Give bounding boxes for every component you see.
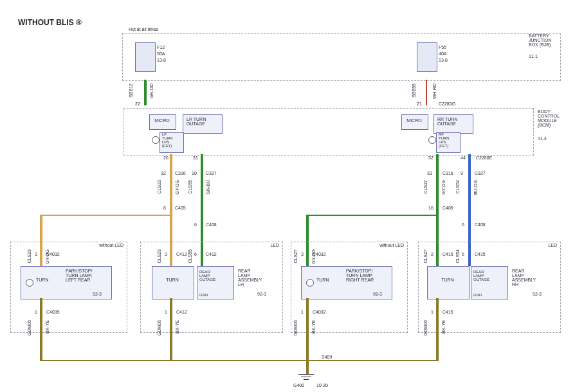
- conn-c408r: C408: [475, 222, 486, 227]
- g1-label: without LED: [90, 243, 123, 247]
- g2-label: LED: [257, 243, 279, 247]
- bcm-lr-txt: LR TURN OUTAGE: [187, 117, 206, 126]
- g1-bkye: BK-YE: [45, 320, 50, 334]
- w-52-down: [436, 154, 437, 208]
- g1-pin3: 3: [35, 252, 37, 256]
- g4-in2: [468, 252, 470, 266]
- w-26-down: [170, 154, 171, 208]
- conn-c316l: C316: [175, 171, 186, 175]
- bcm-micro-l-txt: MICRO: [149, 118, 175, 123]
- hw-green-r: [306, 215, 437, 216]
- pin-10: 10: [192, 171, 197, 175]
- hot-label: Hot at all times: [129, 27, 158, 31]
- f12-amp: 50A: [157, 51, 165, 56]
- g4-out: [436, 298, 437, 360]
- g4-cls27: CLS27: [423, 249, 428, 263]
- vl-cls54: CLS54: [455, 180, 460, 193]
- vl-cls27: CLS27: [423, 180, 428, 193]
- wire-f12-down: [144, 80, 145, 105]
- g3-bkye: BK-YE: [311, 320, 316, 334]
- w-44-down: [468, 154, 470, 225]
- g2-rlo: REAR LAMP OUTAGE: [199, 270, 215, 281]
- g3-cls27: CLS27: [293, 249, 298, 263]
- pin-16: 16: [428, 206, 433, 210]
- conn-c316r: C316: [443, 171, 453, 175]
- g1-turn-circle-icon: [26, 279, 33, 287]
- conn-c2280g: C2280G: [439, 102, 455, 106]
- g2-c412: C412: [176, 252, 187, 256]
- bcm-label: BODY CONTROL MODULE (BCM): [538, 109, 575, 127]
- g1-turn: TURN: [36, 278, 48, 282]
- f55-amp: 40A: [439, 51, 446, 56]
- g2-c412btm: C412: [176, 310, 187, 314]
- g4-pin2: 2: [431, 252, 433, 256]
- wl-sbb12: SBB12: [129, 84, 133, 98]
- g2-cls23: CLS23: [157, 249, 161, 263]
- g3-in: [306, 252, 307, 266]
- w-31-down: [201, 154, 202, 225]
- vl-cls55: CLS55: [188, 180, 192, 193]
- g1-gdm: GDM06: [27, 320, 32, 335]
- vl-gnbu: GN-BU: [206, 180, 210, 195]
- bcm-rf-txt: RF TURN LPS (FET): [439, 132, 450, 148]
- bcm-ref: 11-4: [538, 136, 547, 141]
- pin-33: 33: [427, 171, 432, 175]
- g4-turn-box: [427, 266, 470, 299]
- bcm-lf-txt: LF TURN LPS (FET): [162, 132, 173, 148]
- g2-gnd: GND: [199, 293, 208, 297]
- pin-52: 52: [428, 156, 433, 160]
- g4-bkye: BK-YE: [441, 320, 446, 334]
- vw-green-jn: [436, 208, 437, 215]
- g2-in2: [201, 252, 202, 266]
- ground-bus: [40, 360, 437, 361]
- bcm-rr-txt: RR TURN OUTAGE: [437, 117, 457, 126]
- g4-pin6: 6: [462, 252, 464, 256]
- vl-cls23: CLS23: [157, 180, 161, 193]
- g3-gyog: GY-OG: [311, 249, 316, 264]
- vl-gyog-l: GY-OG: [175, 180, 179, 195]
- g4-c415: C415: [443, 252, 453, 256]
- g2-pin1: 1: [165, 310, 167, 314]
- g4-rlo: REAR LAMP OUTAGE: [473, 270, 489, 281]
- conn-c327r: C327: [475, 171, 486, 175]
- pin-44: 44: [461, 156, 466, 160]
- f12-name: F12: [157, 45, 165, 49]
- fuse-f12: [135, 42, 156, 72]
- g4-assembly: REAR LAMP ASSEMBLY RH: [512, 269, 536, 287]
- g1-in: [40, 252, 41, 266]
- f55-ref: 13-8: [439, 58, 448, 62]
- g4-gdm: GDM06: [423, 320, 428, 335]
- bjb-label: BATTERY JUNCTION BOX (BJB): [529, 33, 566, 47]
- g4-in1: [436, 252, 437, 266]
- wl-sbb55: SBB55: [412, 84, 416, 98]
- conn-c2280e: C2280E: [476, 156, 492, 160]
- g1-c4035: C4035: [46, 310, 60, 314]
- g1-pin1: 1: [35, 310, 37, 314]
- g2-cls55: CLS55: [188, 249, 192, 263]
- wire-f55-down: [426, 80, 427, 105]
- diagram-title: WITHOUT BLIS ®: [18, 18, 82, 27]
- g2-turn: TURN: [152, 278, 193, 282]
- g4-turn: TURN: [427, 278, 468, 282]
- f55-name: F55: [439, 45, 446, 49]
- g4-label: LED: [535, 243, 557, 247]
- conn-c327: C327: [206, 171, 217, 175]
- rf-circle-icon: [428, 136, 436, 144]
- f12-ref: 13-8: [157, 58, 166, 62]
- wl-whrd: WH-RD: [432, 84, 437, 99]
- g4-cls54: CLS54: [455, 249, 460, 263]
- g4-pin1: 1: [431, 310, 433, 314]
- g4-c415b: C415: [475, 252, 486, 256]
- g2-in1: [170, 252, 171, 266]
- g3-gdm: GDM06: [293, 320, 298, 335]
- s409: S409: [322, 355, 332, 359]
- bjb-ref: 11-1: [529, 54, 538, 58]
- g1-cls23: CLS23: [27, 249, 32, 263]
- bjb-box: [122, 33, 561, 81]
- g2-ref: 92-3: [257, 292, 266, 296]
- g3-label: without LED: [370, 243, 404, 247]
- wl-gnod: GN-OD: [149, 84, 154, 98]
- vl-bubg: BU-OG: [473, 180, 478, 195]
- hw-orange-l: [40, 215, 171, 216]
- g3-pin3: 3: [301, 252, 304, 256]
